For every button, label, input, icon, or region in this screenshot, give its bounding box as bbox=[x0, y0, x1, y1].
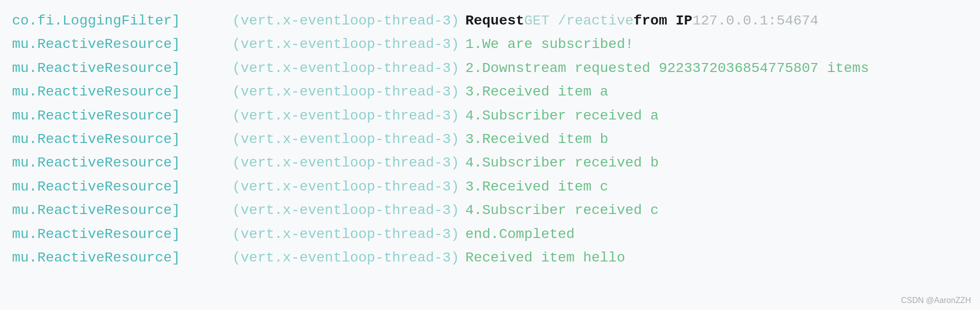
log-class: mu.ReactiveResource] bbox=[12, 81, 232, 102]
log-line: mu.ReactiveResource](vert.x-eventloop-th… bbox=[12, 80, 968, 104]
log-class: co.fi.LoggingFilter] bbox=[12, 10, 232, 32]
log-class: mu.ReactiveResource] bbox=[12, 105, 232, 126]
log-line: co.fi.LoggingFilter](vert.x-eventloop-th… bbox=[12, 9, 968, 32]
log-thread: (vert.x-eventloop-thread-3) bbox=[232, 81, 459, 102]
log-message-segment: end.Completed bbox=[465, 224, 575, 245]
log-class: mu.ReactiveResource] bbox=[12, 176, 232, 198]
log-class: mu.ReactiveResource] bbox=[12, 128, 232, 150]
log-thread: (vert.x-eventloop-thread-3) bbox=[232, 247, 459, 268]
log-class: mu.ReactiveResource] bbox=[12, 58, 232, 79]
log-message-segment: 4.Subscriber received a bbox=[465, 105, 659, 126]
log-message-segment: 3.Received item b bbox=[465, 128, 609, 150]
log-class: mu.ReactiveResource] bbox=[12, 34, 232, 55]
log-line: mu.ReactiveResource](vert.x-eventloop-th… bbox=[12, 128, 968, 151]
log-message-segment: 4.Subscriber received b bbox=[465, 152, 659, 174]
log-thread: (vert.x-eventloop-thread-3) bbox=[232, 10, 459, 32]
log-message-segment: 1.We are subscribed! bbox=[465, 34, 634, 55]
log-thread: (vert.x-eventloop-thread-3) bbox=[232, 224, 459, 245]
watermark: CSDN @AaronZZH bbox=[901, 296, 971, 305]
log-message-segment: 127.0.0.1:54674 bbox=[692, 10, 818, 32]
log-container: co.fi.LoggingFilter](vert.x-eventloop-th… bbox=[12, 9, 968, 270]
log-class: mu.ReactiveResource] bbox=[12, 224, 232, 245]
log-thread: (vert.x-eventloop-thread-3) bbox=[232, 152, 459, 174]
log-thread: (vert.x-eventloop-thread-3) bbox=[232, 34, 459, 55]
log-message-segment: GET /reactive bbox=[524, 10, 633, 32]
log-line: mu.ReactiveResource](vert.x-eventloop-th… bbox=[12, 32, 968, 56]
log-class: mu.ReactiveResource] bbox=[12, 152, 232, 174]
log-thread: (vert.x-eventloop-thread-3) bbox=[232, 58, 459, 79]
log-line: mu.ReactiveResource](vert.x-eventloop-th… bbox=[12, 56, 968, 80]
log-thread: (vert.x-eventloop-thread-3) bbox=[232, 105, 459, 126]
log-thread: (vert.x-eventloop-thread-3) bbox=[232, 176, 459, 198]
log-thread: (vert.x-eventloop-thread-3) bbox=[232, 200, 459, 221]
log-thread: (vert.x-eventloop-thread-3) bbox=[232, 128, 459, 150]
log-message-segment: Request bbox=[465, 10, 525, 32]
log-message-segment: from IP bbox=[634, 10, 693, 32]
log-line: mu.ReactiveResource](vert.x-eventloop-th… bbox=[12, 222, 968, 246]
log-message-segment: 4.Subscriber received c bbox=[465, 200, 659, 221]
log-line: mu.ReactiveResource](vert.x-eventloop-th… bbox=[12, 246, 968, 270]
log-line: mu.ReactiveResource](vert.x-eventloop-th… bbox=[12, 198, 968, 222]
log-message-segment: Received item hello bbox=[465, 247, 625, 268]
log-message-segment: 3.Received item a bbox=[465, 81, 609, 102]
log-class: mu.ReactiveResource] bbox=[12, 200, 232, 221]
log-class: mu.ReactiveResource] bbox=[12, 247, 232, 268]
log-message-segment: 2.Downstream requested 92233720368547758… bbox=[465, 58, 869, 79]
log-line: mu.ReactiveResource](vert.x-eventloop-th… bbox=[12, 151, 968, 174]
log-line: mu.ReactiveResource](vert.x-eventloop-th… bbox=[12, 104, 968, 128]
log-line: mu.ReactiveResource](vert.x-eventloop-th… bbox=[12, 175, 968, 198]
log-message-segment: 3.Received item c bbox=[465, 176, 609, 198]
